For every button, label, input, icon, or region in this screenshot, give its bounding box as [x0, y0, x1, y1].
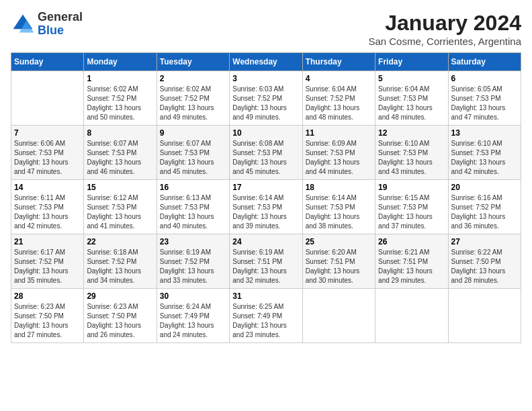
day-header-monday: Monday [84, 53, 157, 71]
day-detail: Sunrise: 6:15 AMSunset: 7:53 PMDaylight:… [378, 193, 445, 231]
day-detail: Sunrise: 6:05 AMSunset: 7:53 PMDaylight:… [451, 85, 518, 122]
logo-text: General Blue [38, 11, 83, 38]
calendar-cell: 13Sunrise: 6:10 AMSunset: 7:53 PMDayligh… [448, 126, 521, 180]
day-detail: Sunrise: 6:23 AMSunset: 7:50 PMDaylight:… [87, 302, 153, 340]
calendar-week-3: 14Sunrise: 6:11 AMSunset: 7:53 PMDayligh… [11, 180, 521, 234]
day-number: 9 [160, 128, 226, 138]
calendar-cell: 8Sunrise: 6:07 AMSunset: 7:53 PMDaylight… [84, 126, 157, 180]
days-header-row: SundayMondayTuesdayWednesdayThursdayFrid… [11, 53, 521, 71]
day-number: 6 [451, 74, 518, 83]
day-number: 4 [306, 74, 372, 83]
day-detail: Sunrise: 6:04 AMSunset: 7:52 PMDaylight:… [306, 85, 372, 122]
calendar-week-4: 21Sunrise: 6:17 AMSunset: 7:52 PMDayligh… [11, 234, 521, 289]
day-number: 14 [14, 183, 81, 192]
calendar-cell: 4Sunrise: 6:04 AMSunset: 7:52 PMDaylight… [302, 71, 375, 126]
day-number: 27 [451, 237, 518, 246]
day-number: 8 [87, 128, 153, 138]
title-area: January 2024 San Cosme, Corrientes, Arge… [368, 11, 521, 47]
calendar-cell: 28Sunrise: 6:23 AMSunset: 7:50 PMDayligh… [11, 289, 84, 343]
calendar-cell [448, 289, 521, 343]
day-header-saturday: Saturday [448, 53, 521, 71]
day-detail: Sunrise: 6:14 AMSunset: 7:53 PMDaylight:… [306, 193, 372, 231]
calendar-cell: 10Sunrise: 6:08 AMSunset: 7:53 PMDayligh… [230, 126, 302, 180]
day-header-wednesday: Wednesday [230, 53, 302, 71]
day-number: 12 [378, 128, 445, 138]
day-number: 31 [232, 291, 299, 301]
day-detail: Sunrise: 6:06 AMSunset: 7:53 PMDaylight:… [14, 139, 81, 177]
day-detail: Sunrise: 6:21 AMSunset: 7:51 PMDaylight:… [378, 248, 445, 285]
calendar-cell: 7Sunrise: 6:06 AMSunset: 7:53 PMDaylight… [11, 126, 84, 180]
day-number: 15 [87, 183, 153, 192]
day-number: 28 [14, 291, 81, 301]
day-number: 29 [87, 291, 153, 301]
day-number: 30 [160, 291, 226, 301]
calendar-cell: 20Sunrise: 6:16 AMSunset: 7:52 PMDayligh… [448, 180, 521, 234]
day-detail: Sunrise: 6:12 AMSunset: 7:53 PMDaylight:… [87, 193, 153, 231]
day-number: 22 [87, 237, 153, 246]
day-detail: Sunrise: 6:08 AMSunset: 7:53 PMDaylight:… [232, 139, 299, 177]
day-header-thursday: Thursday [302, 53, 375, 71]
calendar-cell: 21Sunrise: 6:17 AMSunset: 7:52 PMDayligh… [11, 234, 84, 289]
day-detail: Sunrise: 6:07 AMSunset: 7:53 PMDaylight:… [160, 139, 226, 177]
day-detail: Sunrise: 6:13 AMSunset: 7:53 PMDaylight:… [160, 193, 226, 231]
calendar-cell: 26Sunrise: 6:21 AMSunset: 7:51 PMDayligh… [375, 234, 448, 289]
calendar-cell: 14Sunrise: 6:11 AMSunset: 7:53 PMDayligh… [11, 180, 84, 234]
day-number: 3 [232, 74, 299, 83]
calendar-week-5: 28Sunrise: 6:23 AMSunset: 7:50 PMDayligh… [11, 289, 521, 343]
calendar-cell: 5Sunrise: 6:04 AMSunset: 7:53 PMDaylight… [375, 71, 448, 126]
day-detail: Sunrise: 6:25 AMSunset: 7:49 PMDaylight:… [232, 302, 299, 340]
day-detail: Sunrise: 6:14 AMSunset: 7:53 PMDaylight:… [232, 193, 299, 231]
day-number: 7 [14, 128, 81, 138]
day-number: 5 [378, 74, 445, 83]
day-header-sunday: Sunday [11, 53, 84, 71]
day-number: 20 [451, 183, 518, 192]
day-number: 17 [232, 183, 299, 192]
day-number: 21 [14, 237, 81, 246]
calendar-cell [11, 71, 84, 126]
day-number: 24 [232, 237, 299, 246]
day-detail: Sunrise: 6:22 AMSunset: 7:50 PMDaylight:… [451, 248, 518, 285]
calendar-cell: 3Sunrise: 6:03 AMSunset: 7:52 PMDaylight… [230, 71, 302, 126]
calendar-cell: 16Sunrise: 6:13 AMSunset: 7:53 PMDayligh… [157, 180, 229, 234]
day-number: 23 [160, 237, 226, 246]
calendar-cell [302, 289, 375, 343]
day-number: 11 [306, 128, 372, 138]
day-detail: Sunrise: 6:19 AMSunset: 7:52 PMDaylight:… [160, 248, 226, 285]
calendar-cell: 29Sunrise: 6:23 AMSunset: 7:50 PMDayligh… [84, 289, 157, 343]
calendar-cell: 19Sunrise: 6:15 AMSunset: 7:53 PMDayligh… [375, 180, 448, 234]
day-detail: Sunrise: 6:11 AMSunset: 7:53 PMDaylight:… [14, 193, 81, 231]
calendar-cell: 27Sunrise: 6:22 AMSunset: 7:50 PMDayligh… [448, 234, 521, 289]
day-number: 1 [87, 74, 153, 83]
day-detail: Sunrise: 6:10 AMSunset: 7:53 PMDaylight:… [451, 139, 518, 177]
calendar-cell: 2Sunrise: 6:02 AMSunset: 7:52 PMDaylight… [157, 71, 229, 126]
calendar-subtitle: San Cosme, Corrientes, Argentina [368, 36, 521, 47]
calendar-cell: 30Sunrise: 6:24 AMSunset: 7:49 PMDayligh… [157, 289, 229, 343]
calendar-cell: 18Sunrise: 6:14 AMSunset: 7:53 PMDayligh… [302, 180, 375, 234]
logo: General Blue [11, 11, 83, 38]
day-header-friday: Friday [375, 53, 448, 71]
day-detail: Sunrise: 6:17 AMSunset: 7:52 PMDaylight:… [14, 248, 81, 285]
day-number: 19 [378, 183, 445, 192]
calendar-cell: 15Sunrise: 6:12 AMSunset: 7:53 PMDayligh… [84, 180, 157, 234]
day-detail: Sunrise: 6:04 AMSunset: 7:53 PMDaylight:… [378, 85, 445, 122]
day-detail: Sunrise: 6:02 AMSunset: 7:52 PMDaylight:… [87, 85, 153, 122]
header: General Blue January 2024 San Cosme, Cor… [11, 11, 521, 47]
day-detail: Sunrise: 6:02 AMSunset: 7:52 PMDaylight:… [160, 85, 226, 122]
day-detail: Sunrise: 6:03 AMSunset: 7:52 PMDaylight:… [232, 85, 299, 122]
day-detail: Sunrise: 6:09 AMSunset: 7:53 PMDaylight:… [306, 139, 372, 177]
day-detail: Sunrise: 6:10 AMSunset: 7:53 PMDaylight:… [378, 139, 445, 177]
day-number: 25 [306, 237, 372, 246]
calendar-cell: 6Sunrise: 6:05 AMSunset: 7:53 PMDaylight… [448, 71, 521, 126]
calendar-cell: 23Sunrise: 6:19 AMSunset: 7:52 PMDayligh… [157, 234, 229, 289]
calendar-table: SundayMondayTuesdayWednesdayThursdayFrid… [11, 52, 521, 343]
calendar-cell [375, 289, 448, 343]
day-detail: Sunrise: 6:23 AMSunset: 7:50 PMDaylight:… [14, 302, 81, 340]
calendar-week-1: 1Sunrise: 6:02 AMSunset: 7:52 PMDaylight… [11, 71, 521, 126]
day-number: 26 [378, 237, 445, 246]
calendar-cell: 24Sunrise: 6:19 AMSunset: 7:51 PMDayligh… [230, 234, 302, 289]
calendar-cell: 22Sunrise: 6:18 AMSunset: 7:52 PMDayligh… [84, 234, 157, 289]
calendar-cell: 25Sunrise: 6:20 AMSunset: 7:51 PMDayligh… [302, 234, 375, 289]
calendar-body: 1Sunrise: 6:02 AMSunset: 7:52 PMDaylight… [11, 71, 521, 343]
day-number: 10 [232, 128, 299, 138]
day-number: 13 [451, 128, 518, 138]
